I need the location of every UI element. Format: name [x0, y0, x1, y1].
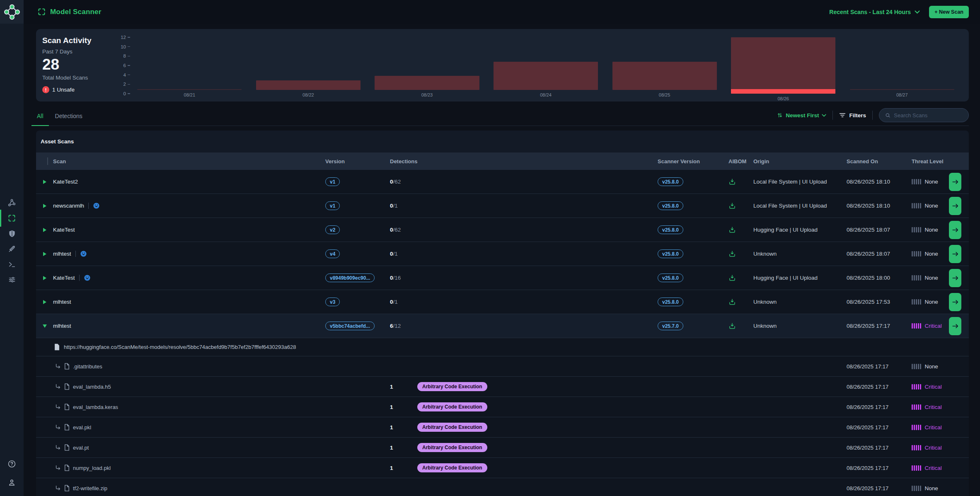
open-scan-button[interactable]	[949, 197, 961, 215]
file-threat-cell: Critical	[912, 404, 949, 410]
open-scan-button[interactable]	[949, 317, 961, 335]
scanner-version-chip: v25.8.0	[658, 298, 683, 306]
recent-scans-dropdown[interactable]: Recent Scans - Last 24 Hours	[829, 9, 920, 15]
threat-level-cell: None	[912, 251, 949, 257]
brand-logo[interactable]	[0, 0, 24, 24]
tabs: All Detections	[36, 106, 83, 126]
new-scan-button[interactable]: + New Scan	[929, 6, 969, 18]
sidebar-item-model-scanner[interactable]	[0, 210, 24, 226]
scan-name: KateTest	[53, 227, 75, 233]
table-header-row: Scan Version Detections Scanner Version …	[36, 152, 969, 170]
search-box[interactable]	[879, 108, 969, 122]
threat-bars-icon	[912, 227, 921, 232]
chevron-down-icon	[822, 114, 826, 117]
table-row[interactable]: mlhtest v3 0 /1 v25.8.0 Unknown 08/26/20…	[36, 290, 969, 314]
column-header-scan: Scan	[53, 158, 325, 165]
filter-icon	[839, 112, 846, 118]
sidebar-item-pentest[interactable]	[0, 241, 24, 256]
origin-cell: Local File System | UI Upload	[753, 203, 847, 209]
threat-bars-icon	[912, 251, 921, 256]
sort-control[interactable]: Newest First	[777, 112, 826, 119]
expand-toggle[interactable]	[43, 324, 47, 328]
threat-label: Critical	[925, 404, 942, 410]
aibom-download-icon[interactable]	[728, 274, 736, 282]
table-row[interactable]: mlhtest v4 0 /1 v25.8.0 Unknown 08/26/20…	[36, 242, 969, 266]
detections-total: /62	[393, 227, 401, 233]
file-icon	[64, 383, 70, 390]
threat-bars-icon	[912, 486, 921, 491]
search-input[interactable]	[894, 112, 963, 119]
tab-detections[interactable]: Detections	[54, 106, 83, 126]
sidebar-item-terminal[interactable]	[0, 256, 24, 272]
threat-label: None	[925, 485, 938, 491]
scan-name: KateTest2	[53, 179, 78, 185]
open-scan-button[interactable]	[949, 293, 961, 311]
aibom-download-icon[interactable]	[728, 226, 736, 234]
chart-bar	[494, 62, 598, 90]
table-row[interactable]: KateTest v8949b909ec90... 0 /16 v25.8.0 …	[36, 266, 969, 290]
open-scan-button[interactable]	[949, 269, 961, 287]
file-name: eval.pt	[73, 445, 89, 451]
protect-ai-logo-icon	[4, 4, 20, 20]
sidebar-item-shield[interactable]	[0, 226, 24, 241]
open-scan-button[interactable]	[949, 221, 961, 239]
threat-label: None	[925, 227, 938, 233]
divider	[88, 203, 89, 209]
sidebar-item-network-graph[interactable]	[0, 195, 24, 210]
sidebar-item-help[interactable]	[0, 456, 24, 472]
aibom-download-icon[interactable]	[728, 178, 736, 186]
expand-toggle[interactable]	[43, 300, 46, 304]
scanned-file-row: numpy_load.pkl 1 Arbitrary Code Executio…	[36, 458, 969, 478]
file-name: eval_lambda.keras	[73, 404, 118, 410]
terminal-icon	[8, 260, 16, 269]
search-icon	[885, 112, 890, 119]
chart-bar	[256, 80, 361, 90]
scanner-version-chip: v25.8.0	[658, 273, 683, 282]
aibom-download-icon[interactable]	[728, 250, 736, 258]
open-scan-button[interactable]	[949, 173, 961, 191]
expand-toggle[interactable]	[43, 276, 46, 280]
threat-bars-icon	[912, 179, 921, 184]
aibom-download-icon[interactable]	[728, 322, 736, 330]
threat-bars-icon	[912, 384, 921, 390]
corner-arrow-icon	[55, 445, 61, 450]
scanned-on-cell: 08/26/2025 18:10	[847, 203, 912, 209]
detections-found: 6	[390, 323, 393, 329]
x-axis-label: 08/26	[724, 94, 843, 101]
open-scan-button[interactable]	[949, 245, 961, 263]
version-chip: v5bbc74acbefd...	[325, 322, 375, 330]
detections-found: 0	[390, 299, 393, 305]
file-scanned-on: 08/26/2025 17:17	[847, 384, 912, 390]
scan-source-url: https://huggingface.co/ScanMe/test-model…	[64, 344, 296, 350]
sidebar-item-settings[interactable]	[0, 272, 24, 287]
expand-toggle[interactable]	[43, 204, 46, 208]
tab-all[interactable]: All	[36, 106, 44, 126]
scanner-version-chip: v25.8.0	[658, 177, 683, 186]
table-row[interactable]: KateTest v2 0 /62 v25.8.0 Hugging Face |…	[36, 218, 969, 242]
column-header-detections: Detections	[390, 158, 658, 165]
scanned-on-cell: 08/26/2025 17:17	[847, 323, 912, 329]
table-row[interactable]: mlhtest v5bbc74acbefd... 6 /12 v25.7.0 U…	[36, 314, 969, 338]
file-detection-count: 1	[390, 384, 417, 390]
file-icon	[64, 485, 70, 491]
table-row[interactable]: newscanmlh v1 0 /1 v25.8.0 Local File Sy…	[36, 194, 969, 218]
file-threat-cell: None	[912, 363, 949, 370]
version-chip: v8949b909ec90...	[325, 273, 375, 282]
detections-total: /16	[393, 275, 401, 281]
chart-y-axis: 024681012	[114, 37, 130, 94]
file-icon	[64, 424, 70, 431]
threat-bars-icon	[912, 203, 921, 208]
aibom-download-icon[interactable]	[728, 202, 736, 210]
expand-toggle[interactable]	[43, 180, 46, 184]
table-row[interactable]: KateTest2 v1 0 /62 v25.8.0 Local File Sy…	[36, 170, 969, 194]
filters-button[interactable]: Filters	[839, 112, 866, 119]
sidebar-item-account[interactable]	[0, 475, 24, 490]
threat-bars-icon	[912, 299, 921, 305]
settings-sliders-icon	[8, 276, 16, 284]
expand-toggle[interactable]	[43, 252, 46, 256]
threat-bars-icon	[912, 323, 921, 329]
expand-toggle[interactable]	[43, 228, 46, 232]
aibom-download-icon[interactable]	[728, 298, 736, 306]
threat-bars-icon	[912, 404, 921, 410]
file-scanned-on: 08/26/2025 17:17	[847, 404, 912, 410]
